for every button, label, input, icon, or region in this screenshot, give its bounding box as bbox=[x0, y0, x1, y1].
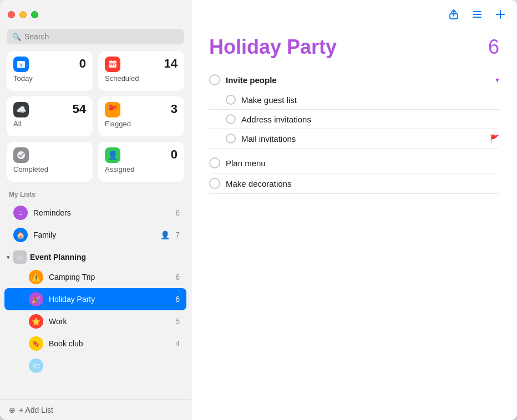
reminder-circle-address[interactable] bbox=[226, 114, 236, 124]
sidebar-item-family[interactable]: 🏠 Family 👤 7 bbox=[4, 224, 186, 246]
svg-rect-12 bbox=[17, 256, 23, 260]
assigned-count: 0 bbox=[171, 147, 178, 162]
camping-label: Camping Trip bbox=[49, 273, 170, 281]
add-list-icon: ⊕ bbox=[9, 406, 16, 414]
smart-tile-today[interactable]: 3 0 Today bbox=[7, 51, 93, 91]
view-options-button[interactable] bbox=[469, 7, 485, 22]
svg-rect-9 bbox=[114, 64, 115, 65]
smart-tile-scheduled[interactable]: 14 Scheduled bbox=[98, 51, 184, 91]
reminder-circle-plan-menu[interactable] bbox=[209, 157, 220, 168]
sidebar-item-book-club[interactable]: 🔖 Book club 4 bbox=[4, 332, 186, 355]
family-icon: 🏠 bbox=[13, 228, 28, 242]
add-list-button[interactable]: ⊕ + Add List bbox=[0, 399, 191, 420]
group-header-invite[interactable]: Invite people ▾ bbox=[209, 70, 499, 90]
partial-icon: 🏷 bbox=[29, 358, 43, 373]
book-club-icon: 🔖 bbox=[29, 336, 43, 351]
sidebar: 🔍 3 0 Today bbox=[0, 0, 191, 420]
reminder-label-mail: Mail invitations bbox=[241, 134, 484, 144]
work-label: Work bbox=[49, 317, 170, 326]
main-toolbar bbox=[191, 0, 517, 29]
svg-rect-7 bbox=[110, 64, 111, 65]
group-event-planning[interactable]: ▾ Event Planning bbox=[0, 246, 191, 266]
list-content: Holiday Party 6 Invite people ▾ Make gue… bbox=[191, 29, 517, 420]
minimize-button[interactable] bbox=[19, 11, 27, 18]
scheduled-icon bbox=[105, 57, 120, 72]
reminder-group-invite: Invite people ▾ Make guest list Address … bbox=[209, 70, 499, 148]
today-label: Today bbox=[13, 74, 86, 83]
sidebar-item-reminders[interactable]: ≡ Reminders 6 bbox=[4, 202, 186, 224]
list-title-row: Holiday Party 6 bbox=[209, 35, 499, 59]
fullscreen-button[interactable] bbox=[31, 11, 38, 18]
flag-icon-mail: 🚩 bbox=[490, 134, 499, 143]
today-icon: 3 bbox=[13, 57, 29, 72]
reminder-item-make-decorations: Make decorations bbox=[209, 173, 499, 194]
list-count-badge: 6 bbox=[488, 35, 499, 59]
assigned-icon: 👤 bbox=[105, 147, 120, 163]
reminder-circle-decorations[interactable] bbox=[209, 178, 220, 189]
search-bar[interactable]: 🔍 bbox=[7, 29, 184, 44]
book-club-count: 4 bbox=[175, 339, 180, 348]
reminder-label-plan-menu: Plan menu bbox=[226, 158, 499, 168]
book-club-label: Book club bbox=[49, 339, 170, 348]
flagged-label: Flagged bbox=[105, 120, 178, 128]
camping-icon: ⚠️ bbox=[29, 270, 43, 284]
reminders-count: 6 bbox=[175, 208, 180, 217]
add-reminder-button[interactable] bbox=[493, 7, 508, 22]
reminders-icon: ≡ bbox=[13, 206, 28, 220]
list-title: Holiday Party bbox=[209, 35, 337, 59]
reminder-circle-mail[interactable] bbox=[226, 134, 236, 144]
group-label-invite: Invite people bbox=[226, 75, 490, 85]
add-list-label: + Add List bbox=[19, 406, 53, 414]
chevron-icon: ▾ bbox=[7, 254, 10, 261]
reminder-label-guest-list: Make guest list bbox=[241, 95, 499, 105]
close-button[interactable] bbox=[8, 11, 15, 18]
scheduled-label: Scheduled bbox=[105, 74, 178, 83]
smart-tile-all[interactable]: ☁️ 54 All bbox=[7, 96, 93, 136]
event-planning-label: Event Planning bbox=[30, 253, 184, 262]
scheduled-count: 14 bbox=[164, 57, 178, 71]
all-label: All bbox=[13, 120, 86, 128]
family-shared-icon: 👤 bbox=[160, 231, 170, 239]
reminder-circle-guest-list[interactable] bbox=[226, 95, 236, 105]
holiday-party-label: Holiday Party bbox=[49, 295, 170, 304]
assigned-label: Assigned bbox=[105, 165, 178, 173]
completed-icon bbox=[13, 147, 29, 163]
reminder-label-address: Address invitations bbox=[241, 115, 499, 124]
group-circle-invite[interactable] bbox=[209, 74, 220, 85]
family-count: 7 bbox=[175, 231, 180, 239]
smart-tile-assigned[interactable]: 👤 0 Assigned bbox=[98, 142, 184, 182]
sidebar-item-work[interactable]: ⭐ Work 5 bbox=[4, 310, 186, 332]
completed-label: Completed bbox=[13, 165, 86, 173]
search-input[interactable] bbox=[24, 32, 179, 41]
family-label: Family bbox=[33, 231, 155, 239]
camping-count: 6 bbox=[175, 273, 180, 281]
smart-tile-completed[interactable]: Completed bbox=[7, 142, 93, 182]
reminder-item-address-invitations: Address invitations bbox=[209, 110, 499, 129]
main-content: Holiday Party 6 Invite people ▾ Make gue… bbox=[191, 0, 517, 420]
my-lists-section-label: My Lists bbox=[0, 188, 191, 202]
flagged-icon: 🚩 bbox=[105, 102, 120, 117]
search-icon: 🔍 bbox=[12, 33, 21, 41]
group-folder-icon bbox=[13, 250, 27, 264]
holiday-party-icon: 🎉 bbox=[29, 292, 43, 306]
reminder-item-plan-menu: Plan menu bbox=[209, 153, 499, 173]
svg-rect-1 bbox=[17, 61, 25, 63]
today-count: 0 bbox=[79, 57, 86, 71]
group-chevron-invite[interactable]: ▾ bbox=[495, 75, 499, 84]
flagged-count: 3 bbox=[171, 102, 178, 116]
all-count: 54 bbox=[73, 102, 86, 116]
share-button[interactable] bbox=[446, 7, 462, 22]
reminders-label: Reminders bbox=[33, 208, 170, 217]
sidebar-item-holiday-party[interactable]: 🎉 Holiday Party 6 bbox=[4, 288, 186, 310]
reminder-item-guest-list: Make guest list bbox=[209, 90, 499, 110]
all-icon: ☁️ bbox=[13, 102, 29, 117]
svg-rect-8 bbox=[112, 64, 113, 65]
titlebar bbox=[0, 0, 191, 29]
work-icon: ⭐ bbox=[29, 314, 43, 329]
svg-rect-13 bbox=[17, 255, 19, 257]
reminder-label-decorations: Make decorations bbox=[226, 179, 499, 188]
sidebar-item-partial[interactable]: 🏷 bbox=[4, 355, 186, 377]
smart-tile-flagged[interactable]: 🚩 3 Flagged bbox=[98, 96, 184, 136]
sidebar-item-camping-trip[interactable]: ⚠️ Camping Trip 6 bbox=[4, 266, 186, 288]
work-count: 5 bbox=[175, 317, 180, 326]
